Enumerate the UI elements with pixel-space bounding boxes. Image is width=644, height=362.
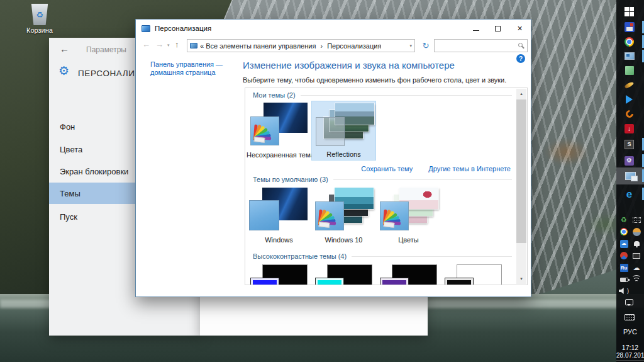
close-button[interactable]: × xyxy=(509,20,531,37)
settings-app-title: Параметры xyxy=(86,45,126,54)
scroll-down-icon[interactable]: ▾ xyxy=(516,274,526,284)
breadcrumb: « Все элементы панели управления › Персо… xyxy=(200,42,381,50)
theme-item-contrast-2[interactable] xyxy=(311,263,376,285)
theme-item-unsaved[interactable]: Несохраненная тема xyxy=(247,101,311,161)
recycle-bin-label: Корзина xyxy=(18,26,62,34)
contrast-preview-front xyxy=(445,278,474,285)
color-fan-icon xyxy=(384,205,405,225)
maximize-button[interactable] xyxy=(487,20,509,37)
taskbar-item-downloader[interactable]: ↓ xyxy=(616,121,642,136)
taskbar-item-chrome[interactable] xyxy=(616,34,642,49)
ru-badge-icon: Ru xyxy=(620,264,628,272)
taskbar-item-crescent-app[interactable] xyxy=(616,106,642,122)
scrollbar-thumb[interactable] xyxy=(516,99,526,243)
clock-time[interactable]: 17:12 xyxy=(616,344,644,351)
page-title: Изменение изображения и звука на компьют… xyxy=(243,60,455,71)
search-input[interactable] xyxy=(434,39,528,52)
tray-item-chrome[interactable] xyxy=(618,226,630,237)
tray-item-display[interactable] xyxy=(630,250,643,261)
taskbar-item-notes[interactable] xyxy=(616,63,642,78)
section-contrast-themes: Высококонтрастные темы (4) xyxy=(253,252,512,260)
get-more-themes-link[interactable]: Другие темы в Интернете xyxy=(428,165,511,173)
tray-item-network[interactable] xyxy=(630,274,643,285)
nav-history-dropdown-icon[interactable]: ▾ xyxy=(167,43,170,47)
desktop[interactable]: ♻ Корзина ← Параметры ⚙ ПЕРСОНАЛИЗАЦИЯ Ф… xyxy=(0,0,644,362)
taskbar-item-s-app[interactable]: S xyxy=(616,137,642,152)
tray-item-language-badge[interactable]: Ru xyxy=(618,262,630,273)
tray-item-onedrive[interactable]: ☁ xyxy=(630,262,643,273)
taskbar-item-personalization-active[interactable] xyxy=(616,167,644,184)
section-default-themes: Темы по умолчанию (3) xyxy=(253,176,512,183)
tray-item-power[interactable] xyxy=(618,274,630,285)
recycle-bin[interactable]: ♻ Корзина xyxy=(18,4,62,34)
theme-thumbnail xyxy=(379,264,438,285)
breadcrumb-current[interactable]: Персонализация xyxy=(327,42,381,50)
clock-date[interactable]: 28.07.2015 xyxy=(616,352,644,359)
theme-thumbnail xyxy=(249,103,309,147)
theme-thumbnail xyxy=(314,103,374,147)
tray-item-weather[interactable] xyxy=(630,226,643,237)
weather-icon xyxy=(633,228,641,236)
contrast-preview-front xyxy=(315,278,344,285)
theme-item-contrast-4[interactable] xyxy=(441,263,506,285)
nav-forward-icon[interactable]: → xyxy=(155,40,164,48)
theme-label: Windows 10 xyxy=(311,236,376,244)
nav-up-icon[interactable]: ↑ xyxy=(175,40,179,48)
section-rule xyxy=(333,179,512,180)
help-button[interactable]: ? xyxy=(516,54,525,63)
section-title: Мои темы (2) xyxy=(253,91,296,99)
section-rule xyxy=(352,256,512,257)
save-theme-link[interactable]: Сохранить тему xyxy=(361,165,413,173)
back-arrow-icon[interactable]: ← xyxy=(60,43,69,54)
breadcrumb-separator: › xyxy=(318,42,325,50)
cloud-icon: ☁ xyxy=(633,264,640,271)
gear-icon: ⚙ xyxy=(625,156,634,166)
theme-item-contrast-3[interactable] xyxy=(376,263,441,285)
theme-item-contrast-1[interactable] xyxy=(247,263,311,285)
scroll-up-icon[interactable]: ▴ xyxy=(516,89,526,99)
control-panel-home-link[interactable]: Панель управления — домашняя страница xyxy=(150,60,223,77)
taskbar-item-quill-app[interactable] xyxy=(616,77,642,93)
address-bar[interactable]: « Все элементы панели управления › Персо… xyxy=(187,39,415,52)
tray-item-input-grid[interactable] xyxy=(630,214,643,225)
chrome-icon xyxy=(620,228,628,235)
breadcrumb-root[interactable]: Все элементы панели управления xyxy=(206,42,316,50)
theme-label: Windows xyxy=(247,236,311,244)
start-button[interactable] xyxy=(616,4,642,19)
theme-color-preview xyxy=(315,201,344,230)
theme-item-reflections-selected[interactable]: Reflections xyxy=(311,101,376,161)
scrollbar[interactable]: ▴ ▾ xyxy=(516,89,526,284)
tray-item-swoosh-app[interactable] xyxy=(618,250,630,261)
minimize-button[interactable] xyxy=(465,20,487,37)
taskbar-item-settings[interactable]: ⚙ xyxy=(616,153,642,168)
theme-item-windows10[interactable]: Windows 10 xyxy=(311,186,376,246)
theme-thumbnail xyxy=(443,264,503,285)
battery-icon xyxy=(620,278,628,282)
theme-thumbnail xyxy=(314,264,374,285)
action-center-button[interactable] xyxy=(616,295,642,310)
speaker-wave-icon: ) xyxy=(627,288,629,294)
taskbar-item-display-app[interactable] xyxy=(616,48,642,64)
chrome-icon xyxy=(625,37,634,47)
tray-item-recycle-status[interactable]: ♻ xyxy=(618,214,630,225)
taskbar-item-edge[interactable]: e xyxy=(616,186,642,201)
taskbar-item-file-manager[interactable] xyxy=(616,20,642,35)
taskbar-item-media-player[interactable] xyxy=(616,92,642,107)
breadcrumb-chevron: « xyxy=(200,42,204,50)
refresh-icon[interactable]: ↻ xyxy=(419,39,433,52)
windows-logo-icon xyxy=(625,7,634,16)
touch-keyboard-button[interactable] xyxy=(616,310,642,325)
language-indicator[interactable]: РУС xyxy=(616,328,644,336)
nav-back-icon[interactable]: ← xyxy=(142,40,150,48)
contrast-preview-front xyxy=(250,278,279,285)
theme-item-flowers[interactable]: Цветы xyxy=(376,186,441,246)
keyboard-icon xyxy=(625,314,635,320)
address-toolbar: ← → ▾ ↑ « Все элементы панели управления… xyxy=(136,38,531,54)
title-bar[interactable]: Персонализация × xyxy=(136,20,531,38)
theme-item-windows[interactable]: Windows xyxy=(247,186,311,246)
tray-item-photos[interactable]: ☁ xyxy=(618,238,630,249)
tray-item-notifications[interactable] xyxy=(630,238,643,249)
maximize-icon xyxy=(495,26,501,31)
address-dropdown-icon[interactable]: ▾ xyxy=(409,43,412,48)
control-panel-window: Персонализация × ← → ▾ ↑ « Все элементы … xyxy=(135,19,531,297)
